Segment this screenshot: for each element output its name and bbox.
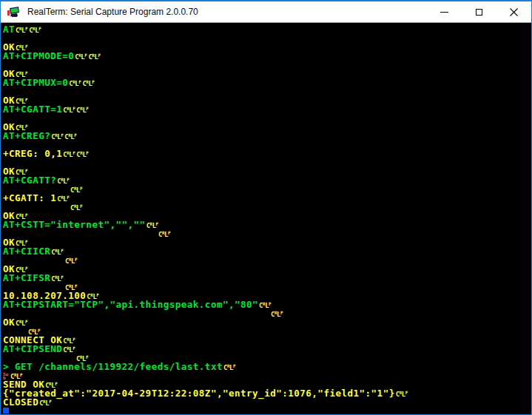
crlf-char: R (74, 186, 76, 191)
terminal-text: +CGATT: 1 (3, 192, 56, 203)
terminal-line: ATCRLFCRLF (1, 25, 531, 34)
terminal-line: AT+CGATT=1CRLFCRLF (1, 105, 531, 114)
crlf-marker: CRLF (65, 254, 77, 266)
terminal-text: AT+CGATT=1 (3, 104, 62, 115)
terminal-text: AT+CGATT? (3, 175, 56, 186)
crlf-char: R (80, 354, 82, 360)
crlf-marker: CRLF (69, 77, 81, 88)
crlf-char: R (67, 345, 69, 351)
crlf-char: F (67, 195, 69, 200)
terminal-line: AT+CIPMUX=0CRLFCRLF (1, 78, 531, 87)
crlf-marker: CRLF (51, 272, 63, 283)
minimize-button[interactable] (427, 1, 462, 22)
indent-spacer (3, 316, 270, 317)
terminal-rows: ATCRLFCRLFOKCRLFAT+CIPMODE=0CRLFCRLFOKCR… (1, 25, 531, 414)
crlf-char: F (280, 310, 283, 315)
crlf-char: R (19, 124, 21, 129)
terminal-line: OKCRLF (1, 167, 531, 176)
crlf-marker: CRLF (82, 77, 94, 88)
crlf-char: F (61, 248, 63, 253)
crlf-char: F (25, 44, 27, 49)
crlf-char: F (86, 150, 88, 155)
crlf-char: L (152, 222, 156, 229)
crlf-char: F (75, 257, 77, 262)
crlf-char: R (275, 310, 277, 315)
crlf-marker: CRLF (223, 361, 235, 372)
crlf-char: F (20, 372, 22, 377)
crlf-char: F (269, 301, 271, 306)
crlf-char: F (25, 266, 27, 271)
crlf-char: R (263, 301, 265, 306)
crlf-char: R (78, 53, 81, 58)
terminal-line: OKCRLF (1, 70, 531, 78)
realterm-app-icon[interactable] (7, 6, 20, 18)
crlf-char: R (19, 266, 21, 271)
terminal-text: > GET /channels/119922/feeds/last.txt (3, 361, 223, 372)
terminal-line: AT+CSTT="internet","",""CRLF (1, 220, 531, 229)
crlf-char: R (19, 26, 21, 31)
titlebar[interactable]: RealTerm: Serial Capture Program 2.0.0.7… (1, 1, 531, 23)
crlf-marker: CRLF (259, 299, 271, 310)
terminal-line: CRLF (1, 309, 531, 318)
crlf-char: R (19, 168, 21, 173)
maximize-button[interactable] (462, 1, 496, 22)
terminal-line: AT+CIICRCRLF (1, 247, 531, 256)
crlf-char: C (147, 222, 150, 229)
crlf-char: F (25, 124, 27, 129)
crlf-char: R (68, 132, 70, 138)
crlf-char: R (14, 372, 16, 377)
crlf-marker: CRLF (396, 388, 408, 399)
crlf-char: F (84, 53, 87, 58)
terminal-line (1, 114, 531, 123)
crlf-char: R (90, 292, 92, 297)
crlf-char: R (49, 381, 51, 386)
crlf-char: R (43, 399, 45, 404)
crlf-char: F (156, 221, 158, 226)
crlf-marker: CRLF (51, 130, 63, 141)
terminal-text: AT+CIPMODE=0 (3, 50, 74, 61)
terminal-line: > GET /channels/119922/feeds/last.txtCRL… (1, 362, 531, 371)
maximize-icon (476, 9, 482, 16)
crlf-char: R (55, 248, 57, 253)
crlf-char: F (38, 328, 40, 333)
crlf-char: F (25, 212, 27, 217)
crlf-char: R (19, 319, 21, 324)
crlf-char: R (80, 106, 82, 111)
crlf-marker: CRLF (158, 228, 170, 239)
crlf-marker: CRLF (63, 343, 75, 354)
close-button[interactable] (496, 1, 531, 22)
terminal-text: OK (3, 317, 15, 328)
minimize-icon (440, 12, 448, 13)
crlf-char: R (55, 274, 57, 280)
terminal-line: CRLF (1, 229, 531, 238)
crlf-char: R (150, 221, 152, 226)
crlf-char: F (73, 345, 75, 351)
crlf-marker: CRLF (57, 175, 69, 186)
window-title: RealTerm: Serial Capture Program 2.0.0.7… (27, 7, 198, 17)
terminal-text: +CREG: 0,1 (3, 148, 62, 159)
terminal-line (1, 61, 531, 70)
crlf-char: F (25, 239, 27, 244)
crlf-char: F (86, 354, 88, 360)
terminal-line (1, 34, 531, 43)
crlf-marker: CRLF (76, 148, 88, 159)
crlf-char: F (73, 337, 75, 342)
crlf-char: R (162, 230, 164, 235)
crlf-marker: CRLF (75, 50, 87, 61)
crlf-char: R (19, 44, 21, 49)
crlf-char: R (67, 150, 69, 155)
terminal-display[interactable]: ATCRLFCRLFOKCRLFAT+CIPMODE=0CRLFCRLFOKCR… (1, 24, 531, 414)
crlf-char: F (75, 283, 77, 289)
crlf-marker: CRLF (88, 50, 100, 61)
crlf-char: F (74, 132, 76, 138)
terminal-line: {"created_at":"2017-04-29T12:22:08Z","en… (1, 389, 531, 398)
terminal-line (1, 407, 531, 414)
terminal-line: OKCRLF (1, 265, 531, 274)
crlf-char: L (402, 391, 405, 398)
crlf-char: F (25, 168, 27, 173)
terminal-line: AT+CIPSTART="TCP","api.thingspeak.com","… (1, 300, 531, 309)
crlf-char: C (396, 391, 400, 398)
terminal-line: CRLF (1, 256, 531, 265)
crlf-char: F (55, 381, 57, 386)
crlf-char: F (78, 79, 81, 84)
